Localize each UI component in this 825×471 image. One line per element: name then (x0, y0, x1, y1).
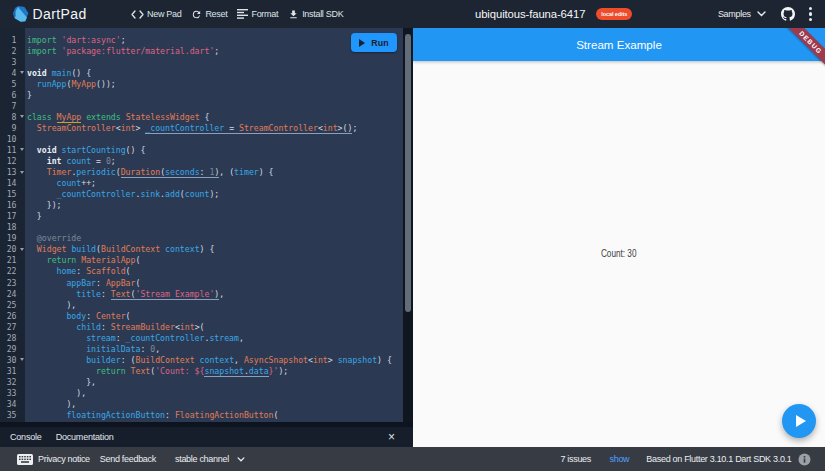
code-line: import 'package:flutter/material.dart'; (27, 46, 403, 57)
brand-name: DartPad (33, 6, 87, 22)
fold-arrow-icon[interactable] (20, 248, 24, 251)
code-token: stream (209, 333, 239, 343)
code-token: : (101, 289, 111, 299)
line-number: 22 (7, 266, 17, 277)
code-line: appBar: AppBar( (27, 278, 403, 289)
close-icon[interactable]: × (388, 432, 395, 442)
code-token: Text (131, 366, 151, 376)
code-token: StreamBuilder (111, 322, 175, 332)
fold-arrow-icon[interactable] (20, 171, 24, 174)
code-token: StatelessWidget (126, 112, 200, 122)
gutter-line: 27 (0, 322, 25, 333)
install-sdk-button[interactable]: Install SDK (288, 9, 343, 20)
format-icon (237, 9, 248, 19)
keyboard-icon[interactable] (17, 454, 33, 465)
code-token (27, 366, 96, 376)
gutter-line: 23 (0, 278, 25, 289)
code-line: floatingActionButton: FloatingActionButt… (27, 410, 403, 421)
send-feedback-link[interactable]: Send feedback (100, 454, 156, 464)
code-line (27, 57, 403, 68)
privacy-notice-link[interactable]: Privacy notice (38, 454, 90, 464)
channel-selector[interactable]: stable channel (175, 454, 245, 464)
code-line: @override (27, 233, 403, 244)
code-line: }); (27, 200, 403, 211)
code-token: extends (86, 112, 121, 122)
line-number: 3 (12, 57, 17, 68)
console-tab-bar: Console Documentation × (0, 427, 413, 448)
code-token: int (323, 123, 338, 134)
tab-console[interactable]: Console (10, 432, 42, 442)
new-pad-button[interactable]: New Pad (131, 9, 181, 19)
header-right: Samples (718, 0, 812, 28)
code-token (27, 189, 57, 199)
code-token: ) { (259, 167, 274, 177)
gutter-line: 2 (0, 46, 25, 57)
code-token: Center (96, 311, 126, 321)
code-line: }, (27, 377, 403, 388)
reset-button[interactable]: Reset (191, 9, 227, 20)
samples-menu[interactable]: Samples (718, 9, 766, 19)
code-line: return MaterialApp( (27, 255, 403, 266)
editor-code[interactable]: import 'dart:async';import 'package:flut… (27, 28, 403, 422)
gutter-line: 3 (0, 57, 25, 68)
fold-arrow-icon[interactable] (20, 115, 24, 118)
gutter-line: 10 (0, 134, 25, 145)
code-token (27, 355, 86, 365)
gutter-line: 4 (0, 68, 25, 79)
format-button[interactable]: Format (237, 9, 278, 19)
code-token: import (27, 46, 57, 56)
gutter-line: 7 (0, 101, 25, 112)
issues-count[interactable]: 7 issues (560, 454, 591, 464)
github-button[interactable] (781, 7, 795, 21)
info-icon[interactable] (798, 453, 811, 466)
code-token: }' (269, 366, 279, 376)
code-token: } (27, 211, 42, 221)
run-label: Run (371, 38, 388, 48)
code-line: ), (27, 399, 403, 410)
floating-action-button[interactable] (782, 404, 816, 438)
line-number: 12 (7, 156, 17, 167)
code-token: void (37, 145, 57, 155)
channel-label: stable channel (175, 454, 229, 464)
reset-label: Reset (205, 9, 227, 19)
code-token: }, (27, 377, 96, 387)
line-number: 26 (7, 311, 17, 322)
fold-arrow-icon[interactable] (20, 358, 24, 361)
gutter-line: 25 (0, 300, 25, 311)
tab-documentation[interactable]: Documentation (56, 432, 114, 442)
code-line (27, 222, 403, 233)
code-token (27, 255, 47, 265)
code-token: , (239, 333, 244, 343)
code-token: : (76, 266, 86, 276)
line-number: 18 (7, 222, 17, 233)
code-token: int (313, 355, 328, 365)
line-number: 9 (12, 123, 17, 134)
keyboard-icon-graphic (17, 454, 33, 465)
code-token: return (96, 366, 126, 376)
code-token: Timer (47, 167, 72, 177)
code-editor[interactable]: 1234567891011121314151617181920212223242… (0, 28, 413, 422)
code-line: child: StreamBuilder<int>( (27, 322, 403, 333)
code-token: snapshot (338, 355, 377, 365)
line-number: 20 (7, 244, 17, 255)
editor-scrollbar-thumb[interactable] (405, 34, 411, 312)
editor-scrollbar-track[interactable] (403, 28, 413, 422)
fold-arrow-icon[interactable] (20, 148, 24, 151)
code-line: Widget build(BuildContext context) { (27, 244, 403, 255)
brand[interactable]: DartPad (13, 5, 87, 22)
gutter-line: 11 (0, 145, 25, 156)
code-line: StreamController<int> _countController =… (27, 123, 403, 134)
code-token: : (165, 410, 175, 420)
overflow-menu-icon[interactable] (809, 6, 812, 22)
code-token: { (200, 112, 210, 122)
run-button[interactable]: Run (351, 33, 397, 52)
code-line: void startCounting() { (27, 145, 403, 156)
code-token: , (234, 355, 244, 365)
gutter-line: 21 (0, 255, 25, 266)
code-token: ), (27, 399, 76, 409)
code-token: ) { (377, 355, 392, 365)
code-token: MyApp (71, 79, 96, 89)
show-link[interactable]: show (610, 454, 630, 464)
fold-arrow-icon[interactable] (20, 71, 24, 74)
code-token: timer (234, 167, 259, 177)
